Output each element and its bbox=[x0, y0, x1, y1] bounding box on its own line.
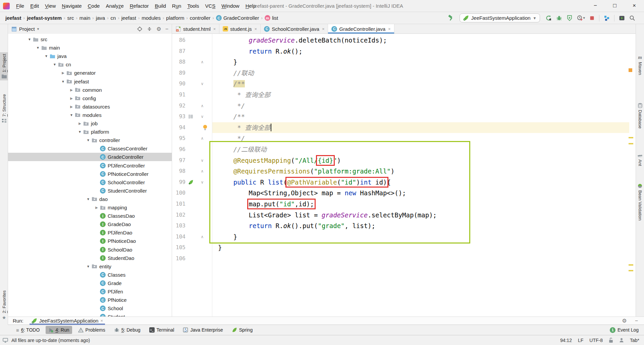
close-icon[interactable]: × bbox=[213, 26, 216, 31]
editor-tab-gradecontroller-java[interactable]: CGradeController.java× bbox=[328, 24, 394, 33]
tree-item-src[interactable]: ▼src bbox=[8, 35, 172, 44]
project-header-hide-panel-button[interactable]: − bbox=[165, 26, 168, 32]
tree-item-classesdao[interactable]: IClassesDao bbox=[8, 212, 172, 220]
stripe-button-maven[interactable]: mMaven bbox=[636, 53, 644, 77]
tool-window-button-java-enterprise[interactable]: Java Enterprise bbox=[180, 326, 225, 334]
menu-item-code[interactable]: Code bbox=[85, 0, 103, 12]
tree-item-jeefast[interactable]: ▼jeefast bbox=[8, 77, 172, 86]
tree-item-controller[interactable]: ▼controller bbox=[8, 136, 172, 144]
tree-item-studentdao[interactable]: IStudentDao bbox=[8, 254, 172, 262]
menu-item-run[interactable]: Run bbox=[169, 0, 184, 12]
menu-item-edit[interactable]: Edit bbox=[27, 0, 42, 12]
tree-item-cn[interactable]: ▼cn bbox=[8, 60, 172, 69]
tree-collapse-arrow[interactable]: ▼ bbox=[85, 138, 92, 142]
breadcrumb-item-modules[interactable]: modules bbox=[140, 14, 162, 21]
tree-expand-arrow[interactable]: ▶ bbox=[60, 71, 66, 75]
menu-item-vcs[interactable]: VCS bbox=[202, 0, 218, 12]
breadcrumb-item-jeefast[interactable]: jeefast bbox=[120, 14, 138, 21]
tree-collapse-arrow[interactable]: ▼ bbox=[85, 265, 92, 268]
tool-window-button-problems[interactable]: Problems bbox=[75, 326, 108, 334]
tree-item-pfnotice[interactable]: CPfNotice bbox=[8, 296, 172, 304]
fold-marker-icon[interactable]: ∨ bbox=[199, 177, 206, 188]
tree-item-config[interactable]: ▶config bbox=[8, 94, 172, 102]
tree-item-java[interactable]: ▼java bbox=[8, 52, 172, 60]
toolbar-build-hammer-button[interactable] bbox=[447, 15, 454, 21]
tree-item-gradedao[interactable]: IGradeDao bbox=[8, 220, 172, 228]
tool-window-button-6-todo[interactable]: ≡6: TODO bbox=[13, 326, 42, 334]
editor-tab-student-html[interactable]: Hstudent.html× bbox=[172, 24, 219, 33]
tree-item-classescontroller[interactable]: CClassesController bbox=[8, 144, 172, 153]
toolbar-profiler-button[interactable]: ▾ bbox=[577, 15, 585, 21]
status-widget-utf-8[interactable]: UTF-8 bbox=[589, 338, 603, 343]
tree-expand-arrow[interactable]: ▶ bbox=[76, 122, 83, 125]
tool-window-button-terminal[interactable]: >_Terminal bbox=[147, 326, 177, 334]
breadcrumb-item-list[interactable]: mlist bbox=[263, 14, 279, 21]
status-widget-lf[interactable]: LF bbox=[578, 338, 583, 343]
tree-collapse-arrow[interactable]: ▼ bbox=[35, 46, 41, 50]
menu-item-window[interactable]: Window bbox=[218, 0, 242, 12]
code-editor-surface[interactable]: 86 gradeService.deleteBatch(noticeIds);8… bbox=[172, 34, 636, 317]
tree-collapse-arrow[interactable]: ▼ bbox=[26, 38, 33, 41]
maximize-button[interactable]: □ bbox=[605, 0, 625, 12]
minimize-button[interactable]: − bbox=[586, 0, 605, 12]
tree-item-generator[interactable]: ▶generator bbox=[8, 69, 172, 77]
tree-collapse-arrow[interactable]: ▼ bbox=[68, 113, 75, 117]
stripe-button-1-project[interactable]: 1: Project bbox=[0, 52, 8, 80]
menu-item-navigate[interactable]: Navigate bbox=[59, 0, 85, 12]
tree-item-pfjifencontroller[interactable]: CPfJifenController bbox=[8, 161, 172, 170]
gutter-bulb-icon[interactable] bbox=[201, 122, 209, 133]
breadcrumb-item-jeefast[interactable]: jeefast bbox=[4, 14, 23, 21]
close-icon[interactable]: × bbox=[388, 26, 391, 31]
menu-item-tools[interactable]: Tools bbox=[184, 0, 202, 12]
tree-item-modules[interactable]: ▼modules bbox=[8, 111, 172, 119]
stripe-button-2-favorites[interactable]: 2: Favorites★ bbox=[0, 289, 8, 322]
menu-item-build[interactable]: Build bbox=[152, 0, 169, 12]
status-widget-tab[interactable]: Tab* bbox=[630, 338, 639, 343]
tree-item-datasources[interactable]: ▶datasources bbox=[8, 102, 172, 111]
tree-item-pfjifendao[interactable]: IPfJifenDao bbox=[8, 228, 172, 237]
close-icon[interactable]: × bbox=[100, 318, 103, 323]
tree-collapse-arrow[interactable]: ▼ bbox=[43, 54, 50, 58]
run-configuration-combo[interactable]: JeeFastSystemApplication▼ bbox=[460, 13, 540, 22]
menu-item-view[interactable]: View bbox=[42, 0, 59, 12]
tree-item-common[interactable]: ▶common bbox=[8, 86, 172, 94]
tree-item-schooldao[interactable]: ISchoolDao bbox=[8, 246, 172, 254]
stripe-button-bean-validation[interactable]: Bean Validation bbox=[636, 182, 644, 222]
fold-marker-icon[interactable]: ∨ bbox=[199, 78, 206, 89]
close-button[interactable]: × bbox=[625, 0, 644, 12]
tree-item-dao[interactable]: ▼dao bbox=[8, 195, 172, 203]
fold-marker-icon[interactable]: ∧ bbox=[199, 57, 206, 68]
fold-marker-icon[interactable]: ∨ bbox=[199, 111, 206, 122]
stripe-button-7-structure[interactable]: 7: Structure bbox=[0, 92, 8, 125]
fold-marker-icon[interactable]: ∧ bbox=[199, 100, 206, 112]
run-panel-hide-panel-button[interactable]: − bbox=[635, 318, 638, 324]
stripe-button-database[interactable]: Database bbox=[636, 101, 644, 130]
tree-collapse-arrow[interactable]: ▼ bbox=[51, 63, 58, 66]
tool-window-button-4-run[interactable]: 4: Run bbox=[46, 326, 72, 334]
status-widget-94-12[interactable]: 94:12 bbox=[560, 338, 572, 343]
toolbar-search-everywhere-button[interactable] bbox=[629, 15, 635, 21]
editor-tab-schoolcontroller-java[interactable]: CSchoolController.java× bbox=[261, 24, 328, 33]
tree-collapse-arrow[interactable]: ▼ bbox=[76, 130, 83, 134]
toolbar-project-structure-button[interactable] bbox=[604, 15, 610, 21]
breadcrumb-item-gradecontroller[interactable]: CGradeController bbox=[215, 14, 261, 21]
tree-item-studentcontroller[interactable]: CStudentController bbox=[8, 187, 172, 195]
editor-area[interactable]: Hstudent.html×JSstudent.js×CSchoolContro… bbox=[172, 24, 636, 317]
tree-expand-arrow[interactable]: ▶ bbox=[68, 96, 75, 100]
tree-item-job[interactable]: ▶job bbox=[8, 119, 172, 128]
tree-item-pfnoticedao[interactable]: IPfNoticeDao bbox=[8, 237, 172, 245]
breadcrumb-item-platform[interactable]: platform bbox=[165, 14, 185, 21]
gutter-spring-leaf-icon[interactable] bbox=[187, 177, 195, 188]
breadcrumb-item-jeefast-system[interactable]: jeefast-system bbox=[25, 14, 63, 21]
editor-tab-student-js[interactable]: JSstudent.js× bbox=[219, 24, 261, 33]
fold-marker-icon[interactable]: ∧ bbox=[199, 166, 206, 177]
tree-expand-arrow[interactable]: ▶ bbox=[93, 206, 100, 209]
close-icon[interactable]: × bbox=[322, 26, 325, 31]
tree-item-classes[interactable]: CClasses bbox=[8, 271, 172, 279]
run-panel-tab[interactable]: JeeFastSystemApplication × bbox=[30, 317, 105, 325]
run-panel-settings-gear-button[interactable]: ⚙ bbox=[622, 318, 627, 324]
project-header-collapse-all-button[interactable] bbox=[147, 26, 152, 32]
tree-item-platform[interactable]: ▼platform bbox=[8, 128, 172, 136]
tree-expand-arrow[interactable]: ▶ bbox=[68, 88, 75, 92]
toolbar-run-anything-button[interactable] bbox=[619, 15, 625, 21]
